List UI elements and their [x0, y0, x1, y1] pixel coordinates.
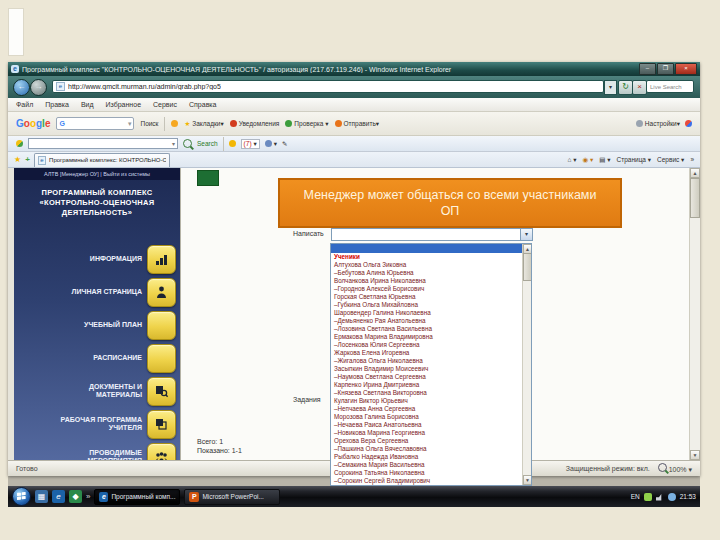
- title-bar[interactable]: e Программный комплекс "КОНТРОЛЬНО-ОЦЕНО…: [8, 62, 700, 76]
- quick-launch-ie-icon[interactable]: e: [52, 490, 65, 503]
- feeds-button[interactable]: ◉ ▾: [583, 156, 594, 164]
- tab-active[interactable]: e Программный комплекс: КОНТРОЛЬНО-ОЦЕ..…: [34, 153, 170, 167]
- bookmarks-button[interactable]: ★Закладки▾: [184, 120, 223, 128]
- settings-button[interactable]: Настройки▾: [636, 120, 680, 128]
- bar-chart-icon[interactable]: [147, 245, 176, 274]
- taskbar-window-powerpoint[interactable]: P Microsoft PowerPoi...: [184, 489, 280, 505]
- dropdown-icon[interactable]: ▾: [128, 120, 132, 128]
- session-bar[interactable]: АЛТВ [Менеджер ОУ] | Выйти из системы: [14, 168, 180, 180]
- select-dropdown-icon[interactable]: ▾: [520, 229, 532, 240]
- name-option[interactable]: –Наумова Светлана Сергеевна: [331, 373, 531, 381]
- name-option[interactable]: –Нечаева Раиса Анатольевна: [331, 421, 531, 429]
- menu-item[interactable]: Файл: [16, 101, 33, 108]
- toolbar-extra-icon[interactable]: [685, 120, 692, 127]
- scroll-thumb[interactable]: [523, 253, 532, 281]
- maximize-button[interactable]: ❐: [657, 63, 674, 75]
- send-button[interactable]: Отправить▾: [335, 120, 380, 128]
- google-search-button[interactable]: Поиск: [140, 120, 158, 127]
- search-input[interactable]: Live Search: [646, 80, 694, 93]
- name-option[interactable]: Сорокина Татьяна Николаевна: [331, 469, 531, 477]
- refresh-icon[interactable]: ↻: [618, 80, 633, 95]
- zoom-level[interactable]: 100% ▾: [658, 463, 692, 474]
- network-icon[interactable]: [668, 493, 676, 501]
- chevron-icon[interactable]: »: [690, 156, 694, 163]
- clock[interactable]: 21:53: [680, 493, 696, 500]
- layers-icon[interactable]: [147, 410, 176, 439]
- home-button[interactable]: ⌂ ▾: [568, 156, 577, 164]
- chevron-icon[interactable]: »: [86, 492, 90, 501]
- menu-item[interactable]: Справка: [189, 101, 216, 108]
- name-option[interactable]: –Семакина Мария Васильевна: [331, 461, 531, 469]
- name-option[interactable]: –Новикова Марина Георгиевна: [331, 429, 531, 437]
- taskbar-window-browser[interactable]: e Программный комп...: [94, 489, 180, 505]
- tools-menu-button[interactable]: Сервис ▾: [657, 156, 684, 164]
- scroll-up-icon[interactable]: ▲: [690, 168, 700, 178]
- name-option[interactable]: –Городнов Алексей Борисович: [331, 285, 531, 293]
- pagerank-icon[interactable]: [171, 120, 178, 127]
- name-option[interactable]: –Пашкина Ольга Вячеславовна: [331, 445, 531, 453]
- sidebar-item-information[interactable]: ИНФОРМАЦИЯ: [20, 244, 176, 274]
- page-menu-button[interactable]: Страница ▾: [617, 156, 652, 164]
- name-option[interactable]: –Бебутова Алина Юрьевна: [331, 269, 531, 277]
- name-option[interactable]: –Непчаева Анна Сергеевна: [331, 405, 531, 413]
- sidebar-item-schedule[interactable]: РАСПИСАНИЕ: [20, 343, 176, 373]
- blank-icon[interactable]: [147, 311, 176, 340]
- start-button[interactable]: [12, 487, 31, 506]
- name-option[interactable]: Морозова Галина Борисовна: [331, 413, 531, 421]
- close-button[interactable]: ×: [675, 63, 697, 75]
- favorites-star-icon[interactable]: ★: [14, 155, 21, 164]
- menu-item[interactable]: Правка: [45, 101, 69, 108]
- name-option[interactable]: –Демьяненко Рая Анатольевна: [331, 317, 531, 325]
- name-option[interactable]: Кулагин Виктор Юрьевич: [331, 397, 531, 405]
- name-option[interactable]: Орехова Вера Сергеевна: [331, 437, 531, 445]
- name-option[interactable]: Шаровендер Галина Николаевна: [331, 309, 531, 317]
- notifications-button[interactable]: Уведомления: [230, 120, 280, 127]
- spellcheck-button[interactable]: Проверка ▾: [285, 120, 328, 128]
- scroll-down-icon[interactable]: ▼: [690, 450, 700, 460]
- print-button[interactable]: ▤ ▾: [599, 156, 610, 164]
- address-bar[interactable]: e http://www.gmcit.murman.ru/admin/grab.…: [52, 80, 604, 93]
- menu-item[interactable]: Избранное: [106, 101, 141, 108]
- name-option[interactable]: –Князева Светлана Викторовна: [331, 389, 531, 397]
- name-option[interactable]: Волчанкова Ирина Николаевна: [331, 277, 531, 285]
- document-search-icon[interactable]: [147, 377, 176, 406]
- stop-icon[interactable]: ×: [632, 80, 647, 95]
- name-option[interactable]: Жаркова Елена Игоревна: [331, 349, 531, 357]
- sidebar-item-documents[interactable]: ДОКУМЕНТЫ И МАТЕРИАЛЫ: [20, 376, 176, 406]
- quick-launch-icon[interactable]: ◆: [69, 490, 82, 503]
- name-option[interactable]: –Сорокин Сергей Владимирович: [331, 477, 531, 485]
- sidebar-item-events[interactable]: ПРОВОДИМЫЕ МЕРОПРИЯТИЯ: [20, 442, 176, 460]
- name-option[interactable]: Засыпкин Владимир Моисеевич: [331, 365, 531, 373]
- person-icon[interactable]: [147, 278, 176, 307]
- language-indicator[interactable]: EN: [631, 493, 640, 500]
- blank-icon[interactable]: [147, 344, 176, 373]
- sidebar-item-curriculum[interactable]: УЧЕБНЫЙ ПЛАН: [20, 310, 176, 340]
- name-option[interactable]: Ермакова Марина Владимировна: [331, 333, 531, 341]
- recipient-select[interactable]: ▾: [331, 228, 533, 241]
- edit-toolbar-icon[interactable]: ✎: [282, 140, 287, 148]
- name-option[interactable]: Алтухова Ольга Зиковна: [331, 261, 531, 269]
- people-icon[interactable]: [147, 443, 176, 461]
- forward-button[interactable]: →: [30, 79, 47, 96]
- recipient-dropdown-list[interactable]: Ученики Алтухова Ольга Зиковна–Бебутова …: [330, 243, 532, 486]
- dropdown-icon[interactable]: ▾: [172, 140, 175, 147]
- volume-icon[interactable]: [656, 493, 664, 501]
- name-option[interactable]: –Лосенкова Юлия Сергеевна: [331, 341, 531, 349]
- frame-scrollbar[interactable]: ▲ ▼: [689, 168, 700, 460]
- sidebar-item-personal-page[interactable]: ЛИЧНАЯ СТРАНИЦА: [20, 277, 176, 307]
- name-option[interactable]: Горская Светлана Юрьевна: [331, 293, 531, 301]
- toolbar2-icon[interactable]: [229, 140, 236, 147]
- name-option[interactable]: –Губкина Ольга Михайловна: [331, 301, 531, 309]
- people-toolbar-icon[interactable]: ▾: [265, 140, 277, 148]
- menu-item[interactable]: Вид: [81, 101, 94, 108]
- toolbar2-search-input[interactable]: ▾: [28, 138, 178, 149]
- quick-launch-desktop-icon[interactable]: ▦: [35, 490, 48, 503]
- menu-item[interactable]: Сервис: [153, 101, 177, 108]
- add-favorite-icon[interactable]: +: [25, 155, 30, 164]
- minimize-button[interactable]: –: [639, 63, 656, 75]
- back-button[interactable]: ←: [13, 79, 30, 96]
- name-option[interactable]: –Лозовина Светлана Васильевна: [331, 325, 531, 333]
- name-option[interactable]: Рыбалко Надежда Ивановна: [331, 453, 531, 461]
- address-dropdown-icon[interactable]: ▾: [604, 80, 617, 95]
- group-header-option[interactable]: Ученики: [331, 253, 531, 261]
